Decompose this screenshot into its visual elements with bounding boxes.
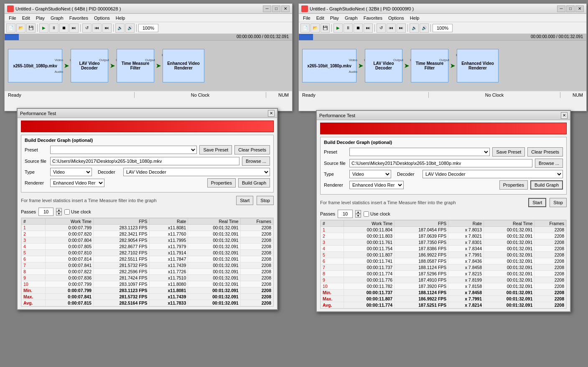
table-cell: 10 [22, 281, 46, 287]
r-vol-down-button[interactable]: 🔉 [410, 23, 419, 33]
stop-button[interactable]: ⏹ [59, 23, 69, 33]
left-preset-select[interactable] [50, 146, 197, 154]
left-source-input[interactable] [50, 157, 239, 165]
r-pause-button[interactable]: ⏸ [344, 23, 353, 33]
right-use-clock-checkbox[interactable] [364, 211, 369, 217]
r-close-button[interactable]: ✕ [575, 5, 584, 12]
left-build-graph-btn[interactable]: Build Graph [238, 178, 270, 187]
r-menu-options[interactable]: Options [386, 15, 407, 21]
r-evr-label: Enhanced VideoRenderer [461, 61, 494, 70]
left-status-num: NUM [270, 92, 290, 98]
left-stop-btn[interactable]: Stop [257, 196, 274, 205]
r-step-fwd-button[interactable]: ⏭ [364, 23, 373, 33]
right-save-preset-btn[interactable]: Save Preset [492, 147, 525, 157]
r-menu-play[interactable]: Play [328, 15, 341, 21]
right-type-select[interactable]: Video [349, 170, 391, 178]
menu-file[interactable]: File [6, 15, 19, 21]
right-passes-up[interactable]: ▲ [355, 210, 361, 214]
left-use-clock-checkbox[interactable] [64, 209, 70, 215]
right-progress-bar[interactable] [299, 34, 313, 40]
r-maximize-button[interactable]: □ [566, 5, 575, 12]
pause-button[interactable]: ⏸ [49, 23, 59, 33]
left-passes-spinners: ▲ ▼ [56, 208, 62, 216]
r-lav-node[interactable]: LAV VideoDecoder [365, 49, 402, 82]
zoom-input[interactable] [138, 24, 158, 32]
left-start-btn[interactable]: Start [236, 196, 253, 205]
r-minimize-button[interactable]: ─ [557, 5, 565, 12]
new-button[interactable]: 📄 [6, 23, 15, 33]
right-perf-title: Performance Test [319, 113, 355, 118]
r-menu-graph[interactable]: Graph [342, 15, 360, 21]
r-open-button[interactable]: 📂 [311, 23, 320, 33]
table-cell: x 7.8458 [448, 264, 484, 271]
left-properties-btn[interactable]: Properties [207, 178, 236, 187]
seek-back-button[interactable]: ⏮ [92, 23, 102, 33]
r-play-button[interactable]: ▶ [333, 23, 343, 33]
right-stop-btn[interactable]: Stop [550, 198, 567, 207]
left-decoder-select[interactable]: LAV Video Decoder [123, 168, 270, 176]
vol-down-button[interactable]: 🔉 [115, 23, 125, 33]
r-loop-button[interactable]: ↺ [377, 23, 386, 33]
right-properties-btn[interactable]: Properties [499, 180, 528, 190]
left-perf-close[interactable]: ✕ [268, 110, 275, 117]
r-evr-node[interactable]: Enhanced VideoRenderer [457, 49, 499, 82]
save-button[interactable]: 💾 [26, 23, 36, 33]
left-type-select[interactable]: Video [50, 168, 92, 176]
left-save-preset-btn[interactable]: Save Preset [199, 145, 232, 154]
menu-edit[interactable]: Edit [20, 15, 33, 21]
r-seek-fwd-button[interactable]: ⏭ [397, 23, 406, 33]
close-button[interactable]: ✕ [281, 5, 290, 12]
open-button[interactable]: 📂 [16, 23, 25, 33]
left-renderer-select[interactable]: Enhanced Video Rer [50, 179, 104, 187]
r-menu-help[interactable]: Help [407, 15, 422, 21]
menu-graph[interactable]: Graph [48, 15, 66, 21]
left-progress-bar[interactable] [5, 34, 19, 40]
minimize-button[interactable]: ─ [263, 5, 271, 12]
r-save-button[interactable]: 💾 [321, 23, 330, 33]
table-cell: 2208 [535, 252, 566, 258]
r-vol-up-button[interactable]: 🔊 [420, 23, 429, 33]
r-menu-edit[interactable]: Edit [314, 15, 327, 21]
vol-up-button[interactable]: 🔊 [125, 23, 135, 33]
left-source-node[interactable]: x265-10bit_1080p.mkv [8, 49, 62, 82]
loop-button[interactable]: ↺ [82, 23, 92, 33]
right-decoder-select[interactable]: LAV Video Decoder [423, 170, 563, 178]
left-stats-table: # Work Time FPS Rate Real Time Frames 10… [21, 218, 273, 306]
r-source-node[interactable]: x265-10bit_1080p.mkv [302, 49, 356, 82]
left-clear-presets-btn[interactable]: Clear Presets [234, 145, 270, 154]
left-passes-up[interactable]: ▲ [56, 208, 62, 212]
r-stop-button[interactable]: ⏹ [354, 23, 363, 33]
r-zoom-input[interactable] [433, 24, 453, 32]
right-source-input[interactable] [349, 159, 532, 167]
menu-options[interactable]: Options [92, 15, 112, 21]
right-build-graph-btn[interactable]: Build Graph [530, 180, 563, 190]
maximize-button[interactable]: □ [272, 5, 280, 12]
table-cell: x11.8081 [149, 287, 188, 294]
right-passes-input[interactable] [338, 210, 353, 218]
left-browse-btn[interactable]: Browse ... [242, 157, 270, 166]
right-preset-select[interactable] [349, 148, 490, 156]
play-button[interactable]: ▶ [39, 23, 48, 33]
left-lav-node[interactable]: LAV VideoDecoder [71, 49, 108, 82]
left-passes-input[interactable] [38, 208, 53, 216]
left-perf-title: Performance Test [20, 111, 56, 116]
seek-fwd-button[interactable]: ⏭ [102, 23, 112, 33]
r-time-node[interactable]: Time MeasureFilter [411, 49, 448, 82]
right-start-btn[interactable]: Start [528, 198, 546, 207]
menu-help[interactable]: Help [113, 15, 128, 21]
left-passes-down[interactable]: ▼ [56, 212, 62, 216]
step-fwd-button[interactable]: ⏭ [69, 23, 79, 33]
r-menu-file[interactable]: File [300, 15, 313, 21]
r-menu-favorites[interactable]: Favorites [361, 15, 385, 21]
right-clear-presets-btn[interactable]: Clear Presets [527, 147, 563, 157]
r-seek-back-button[interactable]: ⏮ [387, 23, 396, 33]
right-perf-close[interactable]: ✕ [561, 112, 568, 119]
right-browse-btn[interactable]: Browse ... [535, 159, 563, 168]
right-passes-down[interactable]: ▼ [355, 214, 361, 218]
menu-favorites[interactable]: Favorites [67, 15, 91, 21]
r-new-button[interactable]: 📄 [300, 23, 310, 33]
right-renderer-select[interactable]: Enhanced Video Rer [349, 181, 404, 189]
menu-play[interactable]: Play [33, 15, 47, 21]
left-time-node[interactable]: Time MeasureFilter [117, 49, 154, 82]
left-evr-node[interactable]: Enhanced VideoRenderer [163, 49, 204, 82]
